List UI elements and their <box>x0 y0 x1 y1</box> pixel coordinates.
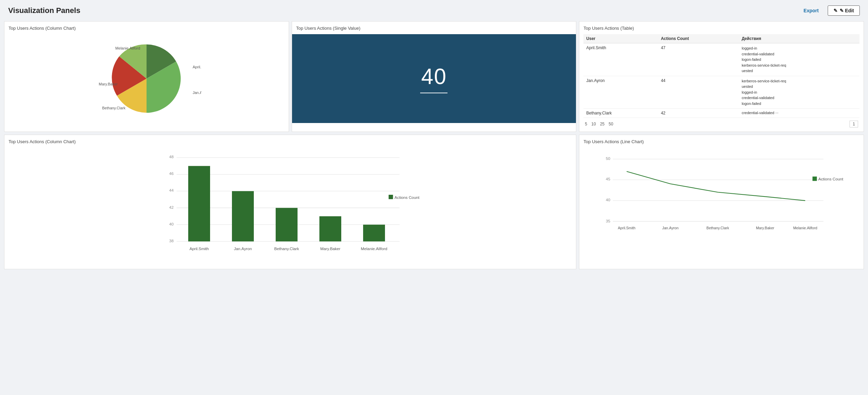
bar-chart-title: Top Users Actions (Column Chart) <box>9 139 572 144</box>
pie-label-april: April.Smith <box>193 65 201 69</box>
line-chart-panel: Top Users Actions (Line Chart) 50 45 40 … <box>579 135 864 269</box>
panels-grid: Top Users Actions (Column Chart) Melanie… <box>0 20 868 273</box>
legend-label: Actions Count <box>395 195 420 200</box>
table-pagination: 5 10 25 50 1 <box>583 118 859 127</box>
bar-chart-container: 48 46 44 42 40 38 April.Smith <box>9 148 572 265</box>
bar-mary <box>319 216 341 242</box>
pie-label-jan: Jan.Ayron <box>193 91 201 95</box>
y-label-48: 48 <box>169 154 174 159</box>
cell-user: Bethany.Clark <box>583 109 658 118</box>
single-value-line <box>420 93 447 93</box>
y-label-40: 40 <box>606 198 611 202</box>
legend-label: Actions Count <box>818 177 844 181</box>
y-label-44: 44 <box>169 188 174 192</box>
data-table: User Actions Count Действия April.Smith … <box>583 34 859 118</box>
cell-count: 42 <box>658 109 739 118</box>
legend-color <box>389 195 393 199</box>
page-header: Visualization Panels Export ✎ ✎ Edit <box>0 0 868 20</box>
bar-label-melanie: Melanie.Allford <box>361 246 387 251</box>
table-panel: Top Users Actions (Table) User Actions C… <box>579 21 864 132</box>
y-label-40: 40 <box>169 222 174 226</box>
bar-chart-panel: Top Users Actions (Column Chart) 48 46 4… <box>4 135 576 269</box>
bar-april <box>188 166 210 242</box>
y-label-38: 38 <box>169 239 174 243</box>
col-actions: Действия <box>739 34 859 43</box>
bar-melanie <box>363 224 385 241</box>
edit-button[interactable]: ✎ ✎ Edit <box>828 5 860 16</box>
pie-chart-container: Melanie.Allford April.Smith Jan.Ayron Be… <box>9 34 285 123</box>
bar-label-bethany: Bethany.Clark <box>274 246 299 251</box>
cell-user: April.Smith <box>583 43 658 76</box>
line-chart-container: 50 45 40 35 April.Smith <box>583 148 859 265</box>
table-row: Bethany.Clark 42 credential-validated ··… <box>583 109 859 118</box>
page-size-50[interactable]: 50 <box>609 122 613 126</box>
cell-actions: kerberos-service-ticket-requestedlogged-… <box>739 76 859 109</box>
col-user: User <box>583 34 658 43</box>
edit-icon: ✎ <box>833 8 838 13</box>
single-value-box: 40 <box>292 34 576 123</box>
page-size-10[interactable]: 10 <box>591 122 596 126</box>
pie-label-mary: Mary.Baker <box>99 82 118 86</box>
bar-chart-svg: 48 46 44 42 40 38 April.Smith <box>9 151 572 260</box>
pie-chart-title: Top Users Actions (Column Chart) <box>9 26 285 31</box>
x-label-mary: Mary.Baker <box>756 226 774 230</box>
y-label-45: 45 <box>606 177 611 181</box>
single-value-title: Top Users Actions (Single Value) <box>296 26 572 31</box>
x-label-april: April.Smith <box>618 226 636 230</box>
bar-label-april: April.Smith <box>190 246 209 251</box>
bar-label-jan: Jan.Ayron <box>234 246 252 251</box>
page-sizes: 5 10 25 50 <box>585 122 613 126</box>
bar-label-mary: Mary.Baker <box>320 246 340 251</box>
x-label-melanie: Melanie.Allford <box>793 226 817 230</box>
x-label-bethany: Bethany.Clark <box>706 226 729 230</box>
cell-actions: logged-incredential-validatedlogon-faile… <box>739 43 859 76</box>
x-label-jan: Jan.Ayron <box>662 226 679 230</box>
current-page: 1 <box>850 121 858 127</box>
cell-count: 44 <box>658 76 739 109</box>
pie-label-bethany: Bethany.Clark <box>102 106 126 110</box>
legend-color <box>813 177 817 181</box>
table-header-row: User Actions Count Действия <box>583 34 859 43</box>
y-label-42: 42 <box>169 205 174 209</box>
edit-label: ✎ Edit <box>840 8 854 13</box>
cell-count: 47 <box>658 43 739 76</box>
y-label-46: 46 <box>169 171 174 176</box>
single-value-panel: Top Users Actions (Single Value) 40 <box>292 21 577 132</box>
cell-actions: credential-validated ··· <box>739 109 859 118</box>
table-row: April.Smith 47 logged-incredential-valid… <box>583 43 859 76</box>
y-label-50: 50 <box>606 156 611 161</box>
single-value-number: 40 <box>421 64 447 89</box>
export-button[interactable]: Export <box>800 6 822 15</box>
page-title: Visualization Panels <box>8 6 80 15</box>
table-row: Jan.Ayron 44 kerberos-service-ticket-req… <box>583 76 859 109</box>
y-label-35: 35 <box>606 219 611 223</box>
table-title: Top Users Actions (Table) <box>583 26 859 31</box>
pie-label-melanie: Melanie.Allford <box>115 46 140 50</box>
page-size-25[interactable]: 25 <box>600 122 604 126</box>
line-chart-svg: 50 45 40 35 April.Smith <box>583 151 859 260</box>
line-series <box>627 172 805 201</box>
bar-jan <box>232 191 254 241</box>
header-actions: Export ✎ ✎ Edit <box>800 5 860 16</box>
bar-bethany <box>276 208 298 241</box>
col-actions-count: Actions Count <box>658 34 739 43</box>
pie-chart-panel: Top Users Actions (Column Chart) Melanie… <box>4 21 289 132</box>
cell-user: Jan.Ayron <box>583 76 658 109</box>
line-chart-title: Top Users Actions (Line Chart) <box>583 139 859 144</box>
page-size-5[interactable]: 5 <box>585 122 587 126</box>
pie-chart-svg: Melanie.Allford April.Smith Jan.Ayron Be… <box>92 38 201 120</box>
